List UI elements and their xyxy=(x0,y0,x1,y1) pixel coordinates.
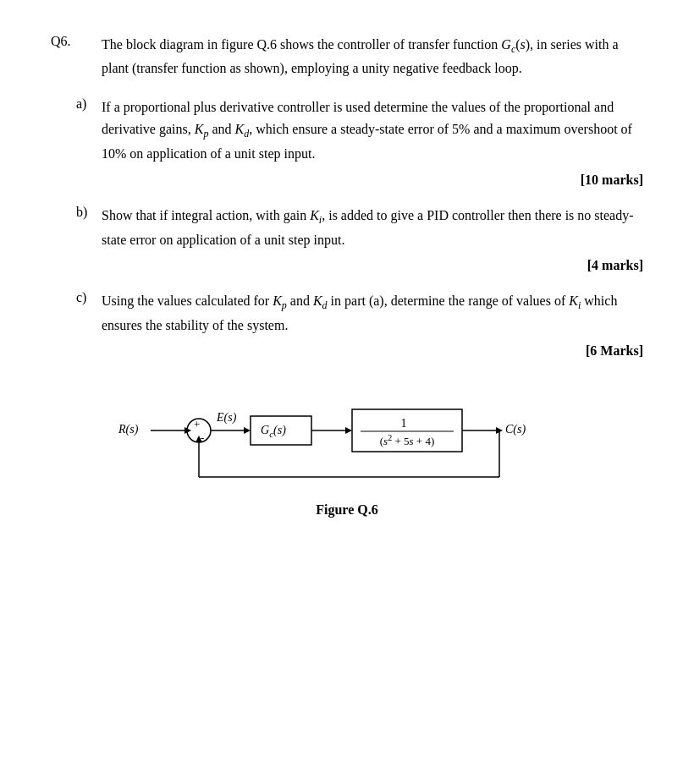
es-label: E(s) xyxy=(216,411,237,425)
part-b-text: Show that if integral action, with gain … xyxy=(102,205,643,251)
part-a-text: If a proportional plus derivative contro… xyxy=(102,96,643,166)
part-a-section: a) If a proportional plus derivative con… xyxy=(51,96,643,188)
plant-denominator: (s2 + 5s + 4) xyxy=(380,433,434,447)
part-c-text: Using the values calculated for Kp and K… xyxy=(102,290,643,337)
rs-label: R(s) xyxy=(118,423,139,436)
cs-label: C(s) xyxy=(505,423,526,436)
diagram-svg: R(s) + - E(s) Gc(s) 1 xyxy=(110,384,584,494)
plant-numerator: 1 xyxy=(401,417,407,430)
svg-marker-7 xyxy=(345,427,352,434)
svg-marker-5 xyxy=(244,427,251,434)
figure-label: Figure Q.6 xyxy=(316,502,377,518)
part-c-marks: [6 Marks] xyxy=(51,343,643,359)
part-a-marks: [10 marks] xyxy=(51,173,643,188)
part-a-label: a) xyxy=(76,96,102,166)
question-block: Q6. The block diagram in figure Q.6 show… xyxy=(51,34,643,79)
part-b-block: b) Show that if integral action, with ga… xyxy=(51,205,643,251)
part-b-label: b) xyxy=(76,205,102,251)
question-number: Q6. xyxy=(51,34,102,79)
block-diagram: R(s) + - E(s) Gc(s) 1 xyxy=(110,384,584,494)
question-intro: The block diagram in figure Q.6 shows th… xyxy=(102,34,643,79)
part-b-marks: [4 marks] xyxy=(51,258,643,273)
part-b-section: b) Show that if integral action, with ga… xyxy=(51,205,643,273)
part-c-label: c) xyxy=(76,290,102,337)
gc-label: Gc(s) xyxy=(261,424,286,439)
part-c-block: c) Using the values calculated for Kp an… xyxy=(51,290,643,337)
part-a-block: a) If a proportional plus derivative con… xyxy=(51,96,643,166)
svg-text:+: + xyxy=(194,418,200,430)
part-c-section: c) Using the values calculated for Kp an… xyxy=(51,290,643,359)
diagram-container: R(s) + - E(s) Gc(s) 1 xyxy=(51,384,643,518)
